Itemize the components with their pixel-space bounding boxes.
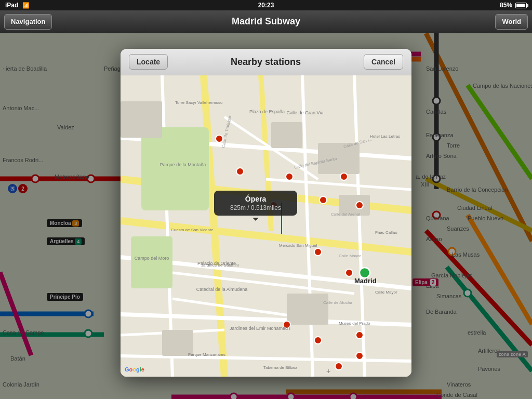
svg-point-89	[356, 331, 363, 339]
svg-rect-71	[131, 236, 172, 288]
clock: 20:23	[258, 2, 274, 9]
svg-text:Parque Manzanares: Parque Manzanares	[188, 352, 225, 357]
status-bar: iPad 📶 20:23 85%	[0, 0, 532, 10]
svg-text:Madrid: Madrid	[354, 277, 377, 285]
svg-text:Taberna de Bilbao: Taberna de Bilbao	[263, 365, 297, 370]
svg-point-80	[286, 173, 293, 180]
svg-rect-76	[287, 294, 328, 325]
svg-text:Cuesta de San Vicente: Cuesta de San Vicente	[171, 228, 214, 232]
modal-map[interactable]: Madrid Parque de la Montaña Campo del Mo…	[121, 75, 411, 377]
navigation-button[interactable]: Navigation	[4, 14, 52, 30]
navigation-bar: Navigation Madrid Subway World	[0, 10, 532, 33]
status-left: iPad 📶	[5, 2, 30, 9]
svg-rect-74	[121, 101, 162, 138]
battery-icon	[515, 3, 527, 8]
cancel-button[interactable]: Cancel	[364, 54, 403, 70]
world-button[interactable]: World	[495, 14, 528, 30]
svg-rect-72	[271, 122, 302, 148]
locate-button[interactable]: Locate	[129, 54, 168, 70]
svg-point-88	[314, 337, 322, 344]
svg-text:+: +	[326, 367, 330, 375]
svg-text:Hotel Las Letras: Hotel Las Letras	[370, 134, 400, 139]
svg-rect-70	[141, 127, 209, 210]
svg-text:Jardines del Emir Mohamed I: Jardines del Emir Mohamed I	[230, 326, 290, 331]
svg-text:Catedral de la Almudena: Catedral de la Almudena	[196, 287, 248, 292]
battery-fill	[516, 4, 525, 7]
svg-text:Plaza de España: Plaza de España	[249, 109, 285, 114]
svg-point-92	[360, 268, 370, 278]
svg-text:Calle del Arenal: Calle del Arenal	[331, 212, 360, 217]
svg-text:Calle Mayor: Calle Mayor	[339, 254, 361, 258]
svg-text:Torre Sacyr Vallehermoso: Torre Sacyr Vallehermoso	[175, 100, 223, 105]
svg-text:Jardines de Sabatini: Jardines de Sabatini	[201, 263, 239, 268]
svg-text:Calle de Gran Via: Calle de Gran Via	[287, 110, 324, 115]
svg-text:Parque de la Montaña: Parque de la Montaña	[160, 162, 206, 167]
battery-percent: 85%	[500, 2, 512, 9]
svg-text:Calle Mayor: Calle Mayor	[375, 290, 397, 295]
modal-title: Nearby stations	[168, 57, 364, 68]
map-svg: Madrid Parque de la Montaña Campo del Mo…	[121, 75, 411, 377]
nearby-stations-modal: Locate Nearby stations Cancel	[121, 49, 411, 377]
svg-text:Campo del Moro: Campo del Moro	[135, 256, 169, 261]
status-right: 85%	[500, 2, 527, 9]
svg-text:Google: Google	[125, 366, 144, 373]
svg-text:Museo del Prado: Museo del Prado	[339, 321, 370, 326]
svg-text:Fnac Callao: Fnac Callao	[375, 230, 397, 235]
svg-point-90	[335, 363, 342, 370]
svg-point-83	[340, 173, 348, 180]
station-callout[interactable]: Ópera 825m / 0.513miles	[214, 191, 297, 216]
svg-point-91	[356, 352, 363, 360]
svg-text:Calle de Atocha: Calle de Atocha	[323, 300, 353, 305]
modal-header: Locate Nearby stations Cancel	[121, 49, 411, 75]
device-label: iPad	[5, 2, 18, 9]
modal-overlay: Locate Nearby stations Cancel	[0, 33, 532, 399]
svg-point-86	[345, 269, 353, 276]
svg-text:Mercado San Miguel: Mercado San Miguel	[279, 243, 317, 248]
svg-point-84	[356, 202, 363, 209]
wifi-icon: 📶	[22, 2, 30, 9]
svg-point-85	[314, 248, 322, 256]
callout-station-name: Ópera	[221, 195, 290, 203]
svg-point-79	[236, 168, 244, 175]
app-title: Madrid Subway	[232, 16, 300, 27]
svg-point-82	[320, 196, 327, 204]
callout-distance: 825m / 0.513miles	[221, 204, 290, 211]
